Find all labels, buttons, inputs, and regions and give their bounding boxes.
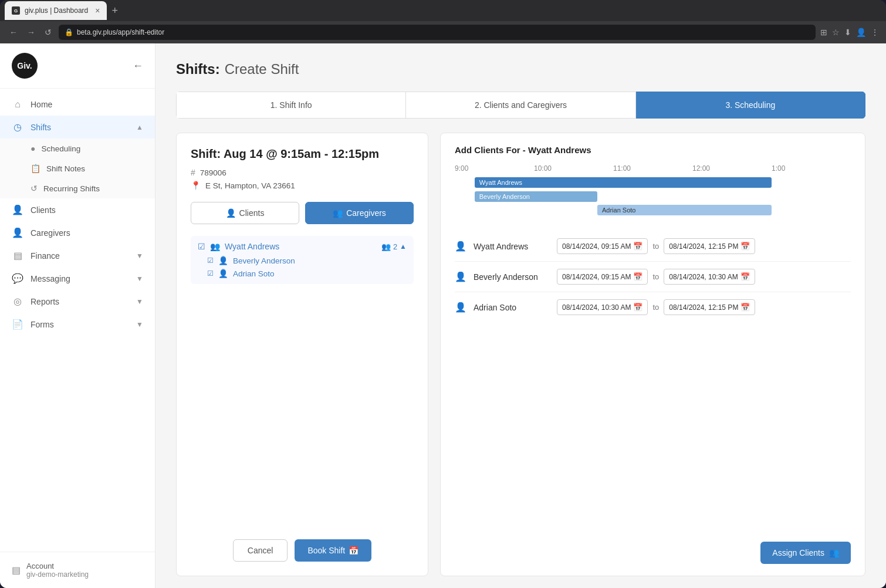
sidebar-item-forms[interactable]: 📄 Forms ▼ (0, 313, 155, 336)
schedule-row-beverly: 👤 Beverly Anderson 08/14/2024, 09:15 AM … (455, 262, 851, 292)
caregiver-tree: ☑ 👥 Wyatt Andrews 👥 2 ▲ (191, 236, 414, 516)
shift-id-value: 789006 (200, 168, 226, 177)
tree-child-adrian[interactable]: ☑ 👤 Adrian Soto (207, 269, 407, 278)
page-title: Shifts: Create Shift (176, 61, 865, 77)
account-label: Account (26, 562, 89, 570)
toggle-clients-label: Clients (239, 208, 265, 218)
profile-icon[interactable]: 👤 (856, 28, 866, 37)
tab-title: giv.plus | Dashboard (25, 6, 88, 15)
sidebar-item-shifts[interactable]: ◷ Shifts ▲ (0, 116, 155, 138)
sidebar-item-caregivers[interactable]: 👤 Caregivers (0, 221, 155, 244)
left-card: Shift: Aug 14 @ 9:15am - 12:15pm # 78900… (176, 133, 428, 576)
adrian-person-icon: 👤 (218, 269, 228, 278)
app-content: Giv. ← ⌂ Home ◷ Shifts ▲ (0, 43, 886, 588)
tree-caregiver-item[interactable]: ☑ 👥 Wyatt Andrews 👥 2 ▲ (198, 242, 407, 251)
page-title-sub: Create Shift (225, 61, 299, 77)
tab-favicon: G (12, 6, 20, 15)
bottom-actions: Cancel Book Shift 📅 (191, 530, 414, 562)
sidebar-back-button[interactable]: ← (133, 60, 143, 72)
beverly-to-label: to (652, 272, 659, 281)
track-wyatt: Wyatt Andrews (475, 177, 772, 188)
caregiver-chevron-icon: ▲ (400, 242, 407, 251)
browser-tab[interactable]: G giv.plus | Dashboard × (5, 1, 107, 20)
cards-row: Shift: Aug 14 @ 9:15am - 12:15pm # 78900… (176, 133, 865, 576)
beverly-start-input[interactable]: 08/14/2024, 09:15 AM 📅 (557, 269, 648, 285)
tab-bar: G giv.plus | Dashboard × + (0, 0, 886, 21)
book-label: Book Shift (307, 546, 345, 555)
sidebar-item-finance[interactable]: ▤ Finance ▼ (0, 244, 155, 267)
menu-icon[interactable]: ⋮ (871, 28, 879, 37)
browser-toolbar-icons: ⊞ ☆ ⬇ 👤 ⋮ (820, 28, 879, 37)
toggle-clients-button[interactable]: 👤 Clients (191, 202, 299, 224)
tab-step2[interactable]: 2. Clients and Caregivers (406, 92, 635, 119)
wyatt-icon: 👤 (455, 241, 466, 252)
sidebar-item-scheduling[interactable]: ● Scheduling (0, 138, 155, 158)
sidebar-item-home[interactable]: ⌂ Home (0, 93, 155, 116)
adrian-to-label: to (652, 303, 659, 312)
caregiver-check-icon: ☑ (198, 242, 205, 251)
account-sub: giv-demo-marketing (26, 570, 89, 579)
new-tab-button[interactable]: + (111, 5, 118, 17)
right-card-title: Add Clients For - Wyatt Andrews (455, 145, 851, 155)
track-beverly: Beverly Anderson (475, 191, 597, 202)
wyatt-start-date: 08/14/2024, 09:15 AM (562, 242, 631, 251)
time-label-100: 1:00 (772, 164, 851, 173)
track-beverly-label: Beverly Anderson (479, 193, 530, 200)
adrian-start-input[interactable]: 08/14/2024, 10:30 AM 📅 (557, 299, 648, 315)
main-content: Shifts: Create Shift 1. Shift Info 2. Cl… (155, 43, 886, 588)
nav-label-shifts: Shifts (31, 123, 51, 132)
cancel-button[interactable]: Cancel (233, 539, 288, 562)
sidebar-item-recurring[interactable]: ↺ Recurring Shifts (0, 178, 155, 198)
tab-close-button[interactable]: × (95, 6, 100, 15)
address-field[interactable]: 🔒 beta.giv.plus/app/shift-editor (59, 25, 816, 40)
bookmark-icon[interactable]: ☆ (832, 28, 840, 37)
time-label-900: 9:00 (455, 164, 534, 173)
extensions-icon[interactable]: ⊞ (820, 28, 827, 37)
beverly-end-input[interactable]: 08/14/2024, 10:30 AM 📅 (664, 269, 755, 285)
back-button[interactable]: ← (7, 25, 20, 39)
beverly-end-cal-icon: 📅 (740, 272, 750, 281)
time-label-1100: 11:00 (613, 164, 692, 173)
caregivers-person-icon: 👥 (333, 208, 343, 218)
tab-step1[interactable]: 1. Shift Info (176, 92, 406, 119)
assign-clients-button[interactable]: Assign Clients 👥 (760, 542, 851, 564)
clients-person-icon: 👤 (226, 208, 236, 218)
download-icon[interactable]: ⬇ (844, 28, 851, 37)
scheduling-icon: ● (31, 144, 35, 153)
sidebar-logo: Giv. ← (0, 43, 155, 89)
logo: Giv. (12, 53, 38, 79)
sidebar-item-reports[interactable]: ◎ Reports ▼ (0, 290, 155, 313)
adrian-end-cal-icon: 📅 (740, 303, 750, 312)
forward-button[interactable]: → (25, 25, 38, 39)
reports-icon: ◎ (12, 296, 23, 307)
messaging-chevron-icon: ▼ (136, 275, 143, 283)
sidebar-item-messaging[interactable]: 💬 Messaging ▼ (0, 267, 155, 290)
beverly-start-date: 08/14/2024, 09:15 AM (562, 273, 631, 281)
location-icon: 📍 (191, 181, 201, 190)
wyatt-end-input[interactable]: 08/14/2024, 12:15 PM 📅 (664, 238, 755, 254)
sidebar-item-shift-notes[interactable]: 📋 Shift Notes (0, 158, 155, 178)
tree-child-beverly[interactable]: ☑ 👤 Beverly Anderson (207, 256, 407, 265)
finance-chevron-icon: ▼ (136, 252, 143, 260)
adrian-end-date: 08/14/2024, 12:15 PM (669, 303, 738, 312)
tab-step3[interactable]: 3. Scheduling (636, 92, 865, 119)
reload-button[interactable]: ↺ (42, 25, 54, 39)
assign-icon: 👥 (829, 548, 839, 557)
book-shift-button[interactable]: Book Shift 📅 (295, 539, 371, 562)
sidebar-footer: ▤ Account giv-demo-marketing (0, 552, 155, 588)
schedule-row-wyatt: 👤 Wyatt Andrews 08/14/2024, 09:15 AM 📅 t… (455, 231, 851, 262)
beverly-end-date: 08/14/2024, 10:30 AM (669, 273, 738, 281)
timeline: 9:00 10:00 11:00 12:00 1:00 Wyatt Andrew… (455, 164, 851, 217)
account-section[interactable]: ▤ Account giv-demo-marketing (12, 562, 143, 579)
adrian-end-input[interactable]: 08/14/2024, 12:15 PM 📅 (664, 299, 755, 315)
adrian-row-name: Adrian Soto (474, 303, 550, 312)
messaging-icon: 💬 (12, 273, 23, 284)
sidebar-item-clients[interactable]: 👤 Clients (0, 198, 155, 221)
shift-location-value: E St, Hampton, VA 23661 (205, 181, 295, 190)
home-icon: ⌂ (12, 99, 23, 110)
track-adrian: Adrian Soto (597, 205, 772, 215)
shift-title: Shift: Aug 14 @ 9:15am - 12:15pm (191, 147, 414, 161)
wyatt-start-input[interactable]: 08/14/2024, 09:15 AM 📅 (557, 238, 648, 254)
toggle-caregivers-button[interactable]: 👥 Caregivers (305, 202, 414, 224)
shift-location: 📍 E St, Hampton, VA 23661 (191, 181, 414, 190)
